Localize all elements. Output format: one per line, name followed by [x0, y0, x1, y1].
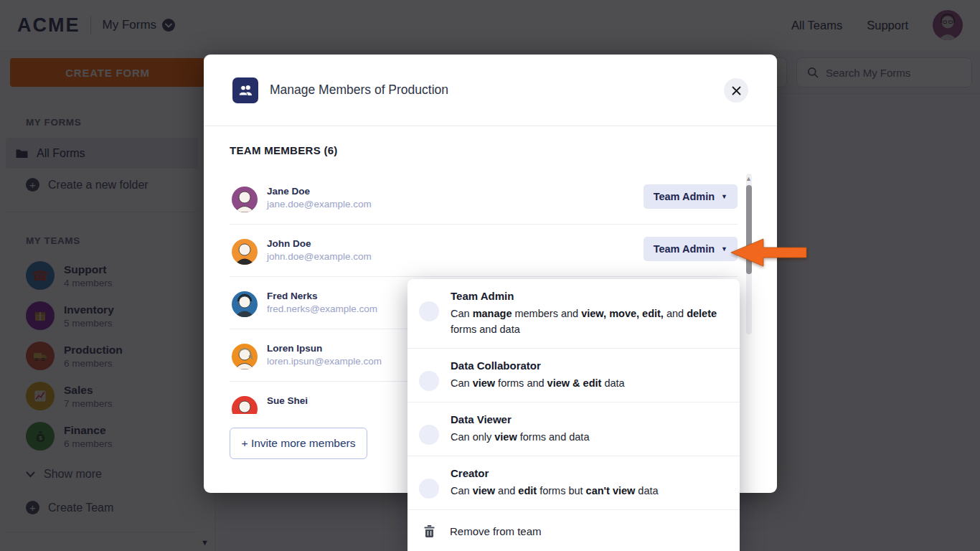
scrollbar-up-arrow[interactable]: ▲: [745, 175, 752, 182]
member-email: john.doe@example.com: [267, 251, 372, 262]
team-members-count-label: TEAM MEMBERS (6): [230, 144, 338, 156]
modal-title: Manage Members of Production: [270, 83, 448, 98]
invite-more-members-button[interactable]: + Invite more members: [230, 428, 367, 459]
role-dropdown-button-john[interactable]: Team Admin ▼: [644, 237, 738, 261]
member-name: John Doe: [267, 238, 311, 249]
role-option-description: Can view and edit forms but can't view d…: [451, 483, 659, 499]
member-email: fred.nerks@example.com: [267, 303, 377, 314]
radio-button[interactable]: [419, 301, 439, 321]
role-option-title: Data Collaborator: [451, 359, 625, 372]
member-avatar: [232, 187, 258, 212]
role-option-team-admin[interactable]: Team Admin Can manage members and view, …: [407, 279, 740, 349]
radio-button[interactable]: [419, 479, 439, 499]
modal-header: Manage Members of Production: [204, 55, 777, 126]
trash-icon: [424, 525, 435, 537]
role-option-description: Can view forms and view & edit data: [451, 375, 625, 391]
member-name: Loren Ipsun: [267, 343, 322, 354]
member-email: jane.doe@example.com: [267, 199, 372, 209]
remove-from-team-label: Remove from team: [450, 525, 542, 537]
member-email: loren.ipsun@example.com: [267, 356, 382, 367]
role-dropdown-button-jane[interactable]: Team Admin ▼: [644, 184, 738, 209]
role-dropdown-menu: Team Admin Can manage members and view, …: [407, 279, 740, 551]
member-avatar: [232, 344, 258, 369]
role-option-creator[interactable]: Creator Can view and edit forms but can'…: [407, 456, 740, 510]
role-option-data-viewer[interactable]: Data Viewer Can only view forms and data: [407, 402, 740, 456]
radio-button[interactable]: [419, 425, 439, 445]
member-avatar: [232, 239, 258, 265]
member-avatar: [232, 291, 258, 317]
caret-down-icon: ▼: [721, 245, 727, 253]
member-avatar: [232, 396, 258, 414]
role-option-title: Creator: [451, 467, 659, 479]
remove-from-team-button[interactable]: Remove from team: [407, 510, 740, 551]
app-root: ACME My Forms All Teams Support C: [0, 0, 980, 551]
role-option-description: Can manage members and view, move, edit,…: [451, 306, 722, 337]
role-option-description: Can only view forms and data: [451, 429, 589, 445]
role-option-title: Team Admin: [451, 290, 722, 302]
role-option-data-collaborator[interactable]: Data Collaborator Can view forms and vie…: [407, 349, 740, 402]
close-icon: [732, 86, 741, 95]
annotation-arrow: [730, 237, 808, 269]
team-members-icon: [232, 77, 258, 103]
role-label: Team Admin: [654, 191, 715, 202]
member-name: Jane Doe: [267, 186, 310, 197]
member-row-john-doe: John Doe john.doe@example.com Team Admin…: [230, 225, 738, 277]
role-option-title: Data Viewer: [451, 413, 589, 425]
role-label: Team Admin: [654, 243, 715, 255]
member-row-jane-doe: Jane Doe jane.doe@example.com Team Admin…: [230, 172, 738, 225]
radio-button[interactable]: [419, 371, 439, 391]
member-name: Sue Shei: [267, 395, 308, 406]
caret-down-icon: ▼: [721, 193, 727, 200]
member-name: Fred Nerks: [267, 291, 318, 301]
close-button[interactable]: [724, 78, 748, 103]
